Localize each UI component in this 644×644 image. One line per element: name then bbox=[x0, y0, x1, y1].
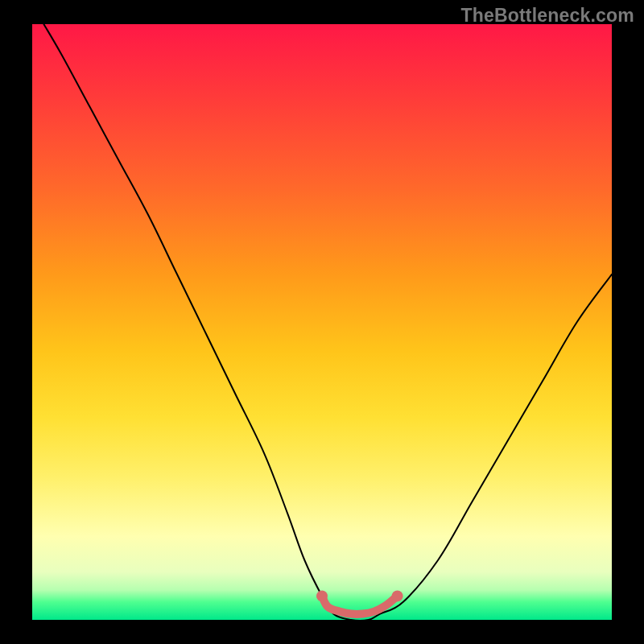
sweet-spot-right-dot bbox=[392, 590, 403, 601]
sweet-spot-left-dot bbox=[316, 590, 328, 601]
watermark-label: TheBottleneck.com bbox=[460, 5, 634, 27]
bottleneck-chart: TheBottleneck.com bbox=[0, 0, 644, 644]
bottleneck-curve bbox=[43, 24, 612, 620]
chart-svg bbox=[32, 24, 612, 620]
